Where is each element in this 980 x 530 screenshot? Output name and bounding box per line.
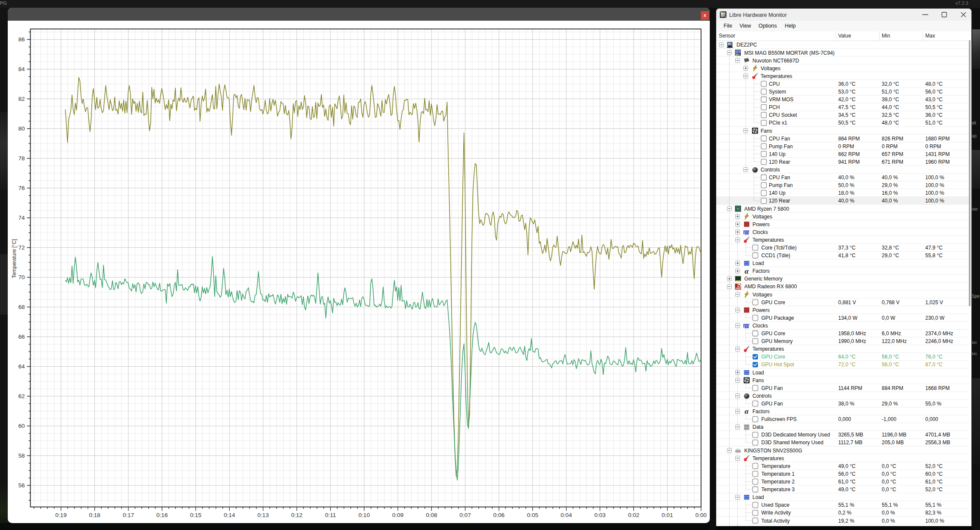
svg-text:6,0 MHz: 6,0 MHz (882, 330, 901, 337)
svg-text:41,8 °C: 41,8 °C (838, 253, 855, 259)
svg-text:0:13: 0:13 (257, 512, 268, 518)
svg-text:42,0 °C: 42,0 °C (838, 97, 855, 103)
svg-text:44,0 °C: 44,0 °C (882, 104, 899, 110)
svg-text:55,1 %: 55,1 % (882, 502, 898, 508)
svg-text:0,0 %: 0,0 % (882, 518, 895, 524)
svg-text:84: 84 (18, 66, 25, 72)
svg-text:64,0 °C: 64,0 °C (838, 354, 855, 360)
svg-text:VRM MOS: VRM MOS (769, 97, 793, 103)
svg-text:51,0 °C: 51,0 °C (882, 89, 899, 95)
svg-text:56,0 °C: 56,0 °C (925, 89, 943, 95)
svg-text:Temperature 3: Temperature 3 (762, 486, 795, 493)
svg-text:0,881 V: 0,881 V (838, 299, 856, 305)
svg-text:0,0 °C: 0,0 °C (882, 486, 896, 493)
svg-text:AMD Radeon RX 6800: AMD Radeon RX 6800 (744, 284, 797, 290)
svg-text:0:19: 0:19 (55, 512, 66, 518)
svg-text:100,0 %: 100,0 % (925, 190, 944, 196)
svg-text:50,5 °C: 50,5 °C (838, 120, 855, 126)
svg-text:0:01: 0:01 (662, 512, 673, 518)
svg-text:55,1 %: 55,1 % (925, 502, 942, 508)
svg-text:671 RPM: 671 RPM (882, 159, 903, 165)
svg-text:0:07: 0:07 (459, 512, 471, 518)
svg-text:29,0 °C: 29,0 °C (882, 253, 899, 259)
svg-text:PCH: PCH (769, 104, 780, 110)
svg-text:0,000: 0,000 (925, 416, 938, 422)
svg-text:50,5 °C: 50,5 °C (925, 104, 943, 110)
svg-text:0:05: 0:05 (527, 512, 538, 518)
svg-text:GPU Hot Spot: GPU Hot Spot (762, 362, 795, 368)
svg-text:49,0 °C: 49,0 °C (838, 486, 855, 493)
svg-text:0:10: 0:10 (359, 512, 370, 518)
svg-text:Temperatures: Temperatures (761, 73, 792, 79)
svg-text:40,0 %: 40,0 % (838, 198, 855, 204)
svg-text:Temperatures: Temperatures (752, 346, 784, 352)
svg-text:Temperatures: Temperatures (752, 237, 784, 243)
svg-text:Write Activity: Write Activity (762, 510, 791, 516)
svg-text:1990,0 MHz: 1990,0 MHz (838, 338, 866, 344)
svg-text:18,0 %: 18,0 % (838, 190, 855, 196)
svg-text:Load: Load (752, 369, 764, 375)
svg-text:GPU Package: GPU Package (762, 315, 794, 321)
svg-text:826 RPM: 826 RPM (882, 135, 903, 141)
svg-text:1680 RPM: 1680 RPM (925, 135, 950, 141)
svg-text:PCIe x1: PCIe x1 (769, 120, 787, 126)
svg-text:100,0 %: 100,0 % (925, 198, 944, 204)
svg-text:Fullscreen FPS: Fullscreen FPS (762, 416, 797, 422)
svg-text:D3D Dedicated Memory Used: D3D Dedicated Memory Used (762, 432, 830, 438)
svg-text:0,0 °C: 0,0 °C (882, 463, 896, 469)
svg-text:0:18: 0:18 (89, 512, 100, 518)
svg-text:82,3 %: 82,3 % (925, 510, 942, 516)
svg-text:AMD Ryzen 7 5800: AMD Ryzen 7 5800 (744, 206, 789, 212)
svg-text:Total Activity: Total Activity (762, 518, 790, 524)
svg-text:66: 66 (18, 334, 25, 340)
svg-text:Temperature: Temperature (762, 463, 791, 469)
svg-text:39,0 °C: 39,0 °C (882, 97, 899, 103)
svg-text:38,0 %: 38,0 % (838, 400, 855, 406)
svg-text:884 RPM: 884 RPM (882, 385, 903, 391)
svg-text:29,0 %: 29,0 % (882, 182, 898, 188)
svg-text:864 RPM: 864 RPM (838, 135, 860, 141)
svg-text:55,0 %: 55,0 % (925, 400, 942, 406)
svg-text:40,0 %: 40,0 % (882, 175, 898, 181)
svg-text:α: α (745, 267, 749, 275)
svg-text:68: 68 (18, 304, 25, 310)
svg-text:Load: Load (752, 494, 764, 500)
svg-text:Voltages: Voltages (761, 65, 780, 71)
svg-text:72,0 °C: 72,0 °C (838, 362, 855, 368)
svg-text:Clocks: Clocks (752, 322, 768, 328)
svg-text:Voltages: Voltages (752, 213, 772, 219)
svg-text:100,0 %: 100,0 % (925, 518, 944, 524)
svg-text:GPU Core: GPU Core (762, 299, 786, 305)
svg-text:CPU Fan: CPU Fan (769, 175, 790, 181)
svg-text:Temperatures: Temperatures (752, 455, 784, 461)
svg-text:36,0 °C: 36,0 °C (925, 112, 943, 118)
svg-text:72: 72 (18, 244, 25, 251)
svg-text:64: 64 (18, 363, 25, 370)
svg-text:α: α (745, 407, 749, 415)
svg-text:Core (Tctl/Tdie): Core (Tctl/Tdie) (762, 245, 797, 251)
svg-text:40,0 %: 40,0 % (838, 175, 855, 181)
svg-text:0:16: 0:16 (156, 512, 168, 518)
svg-text:0:03: 0:03 (594, 512, 605, 518)
svg-text:29,0 %: 29,0 % (882, 400, 898, 406)
svg-text:Levels: Levels (752, 525, 768, 526)
svg-text:Pump Fan: Pump Fan (769, 143, 793, 149)
svg-text:52,0 °C: 52,0 °C (925, 486, 943, 493)
svg-text:16,0 %: 16,0 % (882, 190, 898, 196)
svg-text:MSI MAG B550M MORTAR (MS-7C94): MSI MAG B550M MORTAR (MS-7C94) (744, 50, 835, 56)
svg-text:122,0 MHz: 122,0 MHz (882, 338, 907, 344)
svg-text:32,8 °C: 32,8 °C (882, 245, 899, 251)
svg-text:134,0 W: 134,0 W (838, 315, 858, 321)
svg-text:1668 RPM: 1668 RPM (925, 385, 950, 391)
svg-text:Clocks: Clocks (752, 229, 768, 235)
svg-text:Voltages: Voltages (752, 291, 772, 297)
svg-text:941 RPM: 941 RPM (838, 159, 860, 165)
svg-text:Temperature 1: Temperature 1 (762, 471, 795, 477)
svg-text:0,0 °C: 0,0 °C (882, 479, 896, 485)
svg-text:0:14: 0:14 (224, 512, 235, 518)
svg-text:60,0 °C: 60,0 °C (925, 471, 943, 477)
svg-text:0:17: 0:17 (123, 512, 134, 518)
svg-text:0:00: 0:00 (696, 512, 707, 518)
svg-text:100,0 %: 100,0 % (925, 182, 944, 188)
svg-text:1958,0 MHz: 1958,0 MHz (838, 330, 866, 337)
